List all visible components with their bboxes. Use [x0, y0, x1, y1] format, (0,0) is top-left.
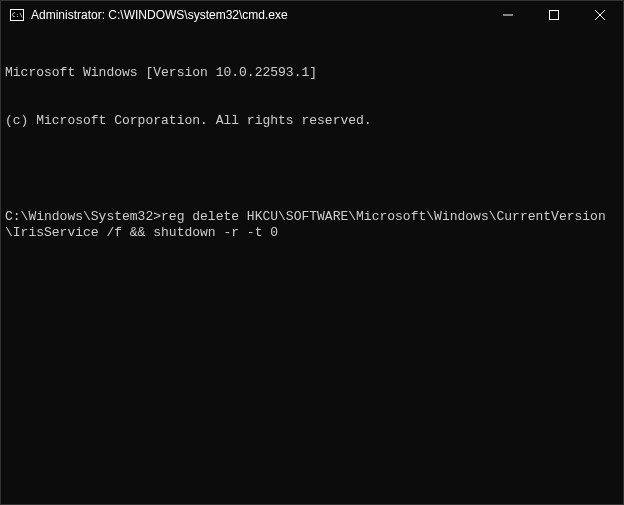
close-icon — [595, 10, 605, 20]
svg-text:C:\: C:\ — [12, 11, 23, 18]
cmd-window: C:\ Administrator: C:\WINDOWS\system32\c… — [0, 0, 624, 505]
cmd-icon: C:\ — [9, 7, 25, 23]
terminal-command-line: C:\Windows\System32>reg delete HKCU\SOFT… — [5, 209, 619, 241]
window-title: Administrator: C:\WINDOWS\system32\cmd.e… — [31, 8, 485, 22]
terminal-blank — [5, 161, 619, 177]
prompt: C:\Windows\System32> — [5, 209, 161, 224]
window-controls — [485, 1, 623, 29]
terminal-header-1: Microsoft Windows [Version 10.0.22593.1] — [5, 65, 619, 81]
maximize-icon — [549, 10, 559, 20]
minimize-icon — [503, 10, 513, 20]
minimize-button[interactable] — [485, 1, 531, 29]
maximize-button[interactable] — [531, 1, 577, 29]
terminal-header-2: (c) Microsoft Corporation. All rights re… — [5, 113, 619, 129]
terminal-area[interactable]: Microsoft Windows [Version 10.0.22593.1]… — [1, 29, 623, 504]
titlebar[interactable]: C:\ Administrator: C:\WINDOWS\system32\c… — [1, 1, 623, 29]
close-button[interactable] — [577, 1, 623, 29]
svg-rect-4 — [550, 11, 559, 20]
